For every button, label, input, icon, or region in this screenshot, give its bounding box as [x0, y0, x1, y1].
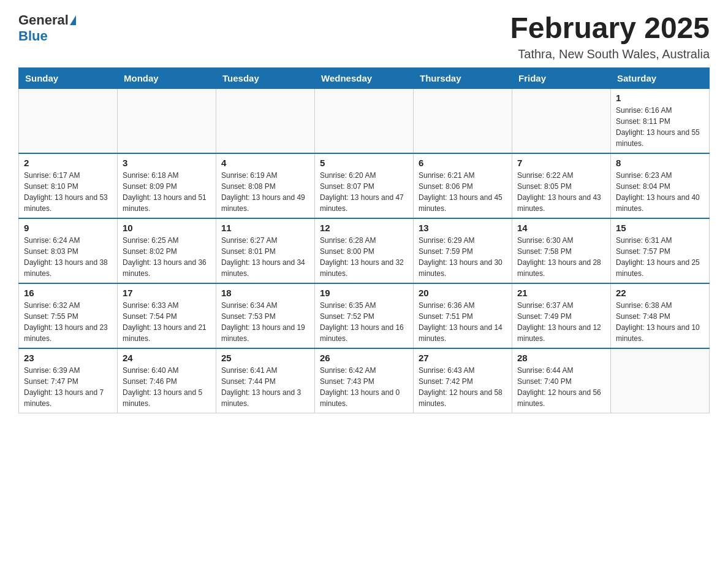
calendar-day-cell: 5Sunrise: 6:20 AMSunset: 8:07 PMDaylight… [315, 153, 414, 218]
calendar-day-cell [118, 88, 216, 153]
day-info: Sunrise: 6:17 AMSunset: 8:10 PMDaylight:… [24, 170, 112, 214]
day-info: Sunrise: 6:25 AMSunset: 8:02 PMDaylight:… [123, 235, 211, 279]
day-number: 24 [123, 353, 211, 363]
calendar-day-cell: 15Sunrise: 6:31 AMSunset: 7:57 PMDayligh… [611, 218, 710, 283]
day-number: 8 [616, 158, 704, 168]
calendar-day-cell: 7Sunrise: 6:22 AMSunset: 8:05 PMDaylight… [512, 153, 611, 218]
day-number: 1 [616, 93, 704, 103]
calendar-day-cell [216, 88, 315, 153]
day-info: Sunrise: 6:16 AMSunset: 8:11 PMDaylight:… [616, 105, 704, 149]
weekday-header-tuesday: Tuesday [216, 67, 315, 88]
day-info: Sunrise: 6:24 AMSunset: 8:03 PMDaylight:… [24, 235, 112, 279]
day-number: 18 [221, 288, 309, 298]
logo-blue-text: Blue [18, 28, 76, 44]
calendar-day-cell: 4Sunrise: 6:19 AMSunset: 8:08 PMDaylight… [216, 153, 315, 218]
title-section: February 2025 Tathra, New South Wales, A… [510, 12, 710, 61]
calendar-week-row: 23Sunrise: 6:39 AMSunset: 7:47 PMDayligh… [19, 348, 710, 413]
location-title: Tathra, New South Wales, Australia [510, 47, 710, 61]
calendar-day-cell: 23Sunrise: 6:39 AMSunset: 7:47 PMDayligh… [19, 348, 118, 413]
day-info: Sunrise: 6:44 AMSunset: 7:40 PMDaylight:… [517, 365, 605, 409]
day-number: 27 [419, 353, 507, 363]
day-number: 16 [24, 288, 112, 298]
calendar-day-cell: 3Sunrise: 6:18 AMSunset: 8:09 PMDaylight… [118, 153, 216, 218]
calendar-day-cell: 28Sunrise: 6:44 AMSunset: 7:40 PMDayligh… [512, 348, 611, 413]
day-number: 4 [221, 158, 309, 168]
calendar-day-cell: 25Sunrise: 6:41 AMSunset: 7:44 PMDayligh… [216, 348, 315, 413]
day-info: Sunrise: 6:43 AMSunset: 7:42 PMDaylight:… [419, 365, 507, 409]
calendar-day-cell: 8Sunrise: 6:23 AMSunset: 8:04 PMDaylight… [611, 153, 710, 218]
calendar-day-cell: 2Sunrise: 6:17 AMSunset: 8:10 PMDaylight… [19, 153, 118, 218]
calendar-day-cell: 20Sunrise: 6:36 AMSunset: 7:51 PMDayligh… [414, 283, 512, 348]
day-info: Sunrise: 6:19 AMSunset: 8:08 PMDaylight:… [221, 170, 309, 214]
day-info: Sunrise: 6:34 AMSunset: 7:53 PMDaylight:… [221, 300, 309, 344]
weekday-header-saturday: Saturday [611, 67, 710, 88]
calendar-day-cell: 18Sunrise: 6:34 AMSunset: 7:53 PMDayligh… [216, 283, 315, 348]
day-info: Sunrise: 6:39 AMSunset: 7:47 PMDaylight:… [24, 365, 112, 409]
day-info: Sunrise: 6:36 AMSunset: 7:51 PMDaylight:… [419, 300, 507, 344]
day-info: Sunrise: 6:27 AMSunset: 8:01 PMDaylight:… [221, 235, 309, 279]
day-number: 26 [320, 353, 408, 363]
calendar-day-cell: 16Sunrise: 6:32 AMSunset: 7:55 PMDayligh… [19, 283, 118, 348]
calendar-day-cell [512, 88, 611, 153]
calendar-table: SundayMondayTuesdayWednesdayThursdayFrid… [18, 67, 710, 413]
weekday-header-thursday: Thursday [414, 67, 512, 88]
day-info: Sunrise: 6:42 AMSunset: 7:43 PMDaylight:… [320, 365, 408, 409]
calendar-week-row: 16Sunrise: 6:32 AMSunset: 7:55 PMDayligh… [19, 283, 710, 348]
day-info: Sunrise: 6:18 AMSunset: 8:09 PMDaylight:… [123, 170, 211, 214]
calendar-day-cell: 26Sunrise: 6:42 AMSunset: 7:43 PMDayligh… [315, 348, 414, 413]
calendar-day-cell: 24Sunrise: 6:40 AMSunset: 7:46 PMDayligh… [118, 348, 216, 413]
day-number: 13 [419, 223, 507, 233]
day-number: 10 [123, 223, 211, 233]
day-number: 20 [419, 288, 507, 298]
day-info: Sunrise: 6:31 AMSunset: 7:57 PMDaylight:… [616, 235, 704, 279]
day-info: Sunrise: 6:38 AMSunset: 7:48 PMDaylight:… [616, 300, 704, 344]
calendar-day-cell: 14Sunrise: 6:30 AMSunset: 7:58 PMDayligh… [512, 218, 611, 283]
calendar-day-cell: 12Sunrise: 6:28 AMSunset: 8:00 PMDayligh… [315, 218, 414, 283]
weekday-header-monday: Monday [118, 67, 216, 88]
day-number: 2 [24, 158, 112, 168]
calendar-day-cell: 19Sunrise: 6:35 AMSunset: 7:52 PMDayligh… [315, 283, 414, 348]
calendar-day-cell [611, 348, 710, 413]
day-info: Sunrise: 6:21 AMSunset: 8:06 PMDaylight:… [419, 170, 507, 214]
day-info: Sunrise: 6:41 AMSunset: 7:44 PMDaylight:… [221, 365, 309, 409]
day-info: Sunrise: 6:33 AMSunset: 7:54 PMDaylight:… [123, 300, 211, 344]
page-header: General Blue February 2025 Tathra, New S… [18, 12, 710, 61]
day-number: 9 [24, 223, 112, 233]
logo-general-text: General [18, 12, 69, 28]
day-info: Sunrise: 6:37 AMSunset: 7:49 PMDaylight:… [517, 300, 605, 344]
calendar-week-row: 9Sunrise: 6:24 AMSunset: 8:03 PMDaylight… [19, 218, 710, 283]
day-info: Sunrise: 6:22 AMSunset: 8:05 PMDaylight:… [517, 170, 605, 214]
day-number: 17 [123, 288, 211, 298]
calendar-day-cell: 27Sunrise: 6:43 AMSunset: 7:42 PMDayligh… [414, 348, 512, 413]
weekday-header-friday: Friday [512, 67, 611, 88]
day-info: Sunrise: 6:29 AMSunset: 7:59 PMDaylight:… [419, 235, 507, 279]
calendar-day-cell: 11Sunrise: 6:27 AMSunset: 8:01 PMDayligh… [216, 218, 315, 283]
calendar-day-cell [19, 88, 118, 153]
day-number: 11 [221, 223, 309, 233]
day-number: 7 [517, 158, 605, 168]
calendar-week-row: 1Sunrise: 6:16 AMSunset: 8:11 PMDaylight… [19, 88, 710, 153]
day-info: Sunrise: 6:40 AMSunset: 7:46 PMDaylight:… [123, 365, 211, 409]
calendar-week-row: 2Sunrise: 6:17 AMSunset: 8:10 PMDaylight… [19, 153, 710, 218]
weekday-header-sunday: Sunday [19, 67, 118, 88]
day-info: Sunrise: 6:23 AMSunset: 8:04 PMDaylight:… [616, 170, 704, 214]
day-number: 6 [419, 158, 507, 168]
calendar-day-cell: 6Sunrise: 6:21 AMSunset: 8:06 PMDaylight… [414, 153, 512, 218]
weekday-header-wednesday: Wednesday [315, 67, 414, 88]
calendar-day-cell [315, 88, 414, 153]
day-number: 23 [24, 353, 112, 363]
calendar-header-row: SundayMondayTuesdayWednesdayThursdayFrid… [19, 67, 710, 88]
calendar-day-cell [414, 88, 512, 153]
calendar-day-cell: 9Sunrise: 6:24 AMSunset: 8:03 PMDaylight… [19, 218, 118, 283]
day-number: 3 [123, 158, 211, 168]
day-number: 12 [320, 223, 408, 233]
day-number: 19 [320, 288, 408, 298]
calendar-day-cell: 17Sunrise: 6:33 AMSunset: 7:54 PMDayligh… [118, 283, 216, 348]
calendar-day-cell: 22Sunrise: 6:38 AMSunset: 7:48 PMDayligh… [611, 283, 710, 348]
day-number: 5 [320, 158, 408, 168]
day-number: 21 [517, 288, 605, 298]
month-title: February 2025 [510, 12, 710, 45]
day-info: Sunrise: 6:32 AMSunset: 7:55 PMDaylight:… [24, 300, 112, 344]
calendar-day-cell: 10Sunrise: 6:25 AMSunset: 8:02 PMDayligh… [118, 218, 216, 283]
logo: General Blue [18, 12, 76, 44]
